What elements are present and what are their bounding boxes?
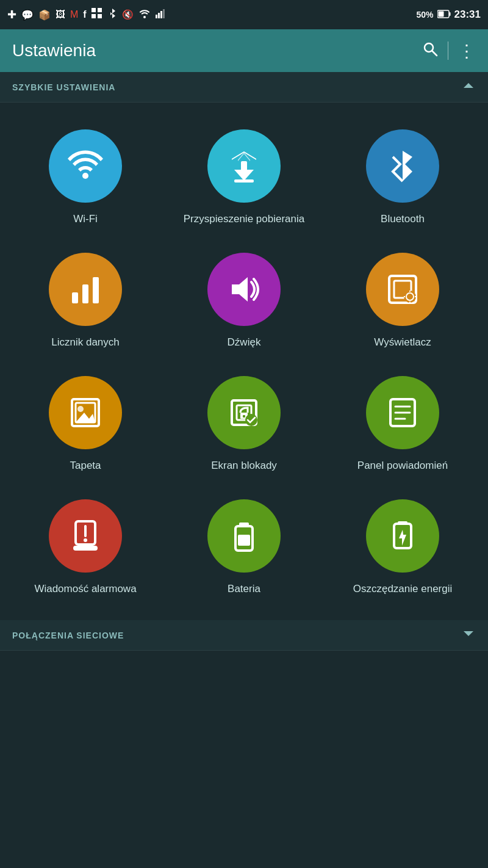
svg-point-13 [82,173,88,179]
more-options-button[interactable]: ⋮ [458,41,476,61]
power-saving-label: Oszczędzanie energii [353,582,453,596]
toolbar-divider [448,42,448,60]
wallpaper-icon-circle [49,376,122,449]
emergency-item[interactable]: Wiadomość alarmowa [6,485,165,608]
status-bar: ✚ 💬 📦 🖼 M f 🔇 50% 23:31 [0,0,488,29]
svg-rect-4 [156,15,157,18]
gmail-icon: M [70,9,78,20]
bluetooth-icon [384,148,421,184]
svg-rect-16 [234,179,254,183]
mute-icon: 🔇 [122,9,134,20]
battery-item[interactable]: Bateria [165,485,323,608]
notification-panel-item[interactable]: Panel powiadomień [323,361,482,485]
network-section-header: POŁĄCZENIA SIECIOWE [0,620,488,651]
svg-rect-18 [82,284,88,303]
wifi-status-icon [138,9,151,21]
svg-rect-5 [158,13,160,18]
emergency-label: Wiadomość alarmowa [34,582,136,596]
app-bar-actions: ⋮ [422,41,476,61]
data-counter-icon [67,271,104,308]
image-icon: 🖼 [56,9,65,20]
lock-screen-item[interactable]: Ekran blokady [165,361,323,485]
sound-item[interactable]: Dźwięk [165,238,323,361]
svg-rect-50 [398,521,407,525]
svg-rect-9 [449,12,450,16]
quick-settings-grid: Wi-Fi Przyspieszenie pobierania Bluetoot… [0,103,488,620]
wallpaper-label: Tapeta [70,459,101,472]
notification-panel-label: Panel powiadomień [357,459,448,472]
battery-icon [437,10,451,20]
svg-point-44 [84,538,87,542]
app-title: Ustawienia [12,41,96,60]
svg-rect-36 [243,415,245,418]
svg-marker-32 [76,413,95,422]
notification-panel-icon [384,394,421,431]
svg-rect-48 [238,535,250,546]
chat-icon: 💬 [21,9,34,21]
emergency-icon [67,518,104,554]
wifi-icon-circle [49,129,122,203]
svg-rect-1 [98,8,102,12]
expand-icon[interactable] [461,626,476,644]
notification-panel-icon-circle [366,376,439,449]
wallpaper-icon [67,394,104,431]
signal-icon [156,9,167,21]
network-section-title: POŁĄCZENIA SIECIOWE [12,631,124,640]
bluetooth-icon-circle [366,129,439,203]
grid-icon [92,8,102,21]
dropbox-icon: 📦 [38,9,51,21]
svg-rect-47 [239,523,249,527]
status-icons-left: ✚ 💬 📦 🖼 M f 🔇 [7,8,167,21]
svg-rect-17 [72,292,78,303]
battery-percent: 50% [416,10,433,20]
lock-screen-icon [226,394,262,431]
display-label: Wyświetlacz [374,336,431,349]
search-button[interactable] [422,41,438,60]
power-saving-icon-circle [366,499,439,573]
data-counter-label: Licznik danych [51,336,120,349]
app-bar: Ustawienia ⋮ [0,29,488,72]
quick-settings-title: SZYBKIE USTAWIENIA [12,82,115,92]
display-icon-circle [366,253,439,326]
sound-label: Dźwięk [228,336,261,349]
download-booster-label: Przyspieszenie pobierania [184,212,304,226]
svg-rect-3 [98,14,102,18]
power-saving-item[interactable]: Oszczędzanie energii [323,485,482,608]
download-booster-icon-circle [207,129,281,203]
wifi-label: Wi-Fi [73,212,98,226]
svg-rect-2 [92,14,96,18]
svg-rect-19 [93,277,99,303]
svg-line-12 [432,51,437,56]
display-icon [384,271,421,308]
svg-rect-7 [163,9,165,18]
svg-rect-45 [73,546,98,551]
bluetooth-label: Bluetooth [381,212,425,226]
sound-icon [226,271,262,308]
status-icons-right: 50% 23:31 [416,9,481,21]
bluetooth-status-icon [107,8,117,21]
power-saving-icon [384,518,421,554]
time-display: 23:31 [454,9,481,21]
collapse-icon[interactable] [461,78,476,96]
download-booster-item[interactable]: Przyspieszenie pobierania [165,115,323,238]
display-item[interactable]: Wyświetlacz [323,238,482,361]
wallpaper-item[interactable]: Tapeta [6,361,165,485]
svg-rect-0 [92,8,96,12]
battery-icon-circle [207,499,281,573]
svg-marker-20 [232,277,248,302]
svg-point-31 [77,406,84,412]
battery-settings-icon [226,518,262,554]
sound-icon-circle [207,253,281,326]
emergency-icon-circle [49,499,122,573]
wifi-icon [67,148,104,184]
lock-screen-label: Ekran blokady [211,459,277,472]
battery-label: Bateria [228,582,260,596]
data-counter-item[interactable]: Licznik danych [6,238,165,361]
svg-marker-15 [234,170,254,181]
quick-settings-header: SZYBKIE USTAWIENIA [0,72,488,103]
wifi-item[interactable]: Wi-Fi [6,115,165,238]
bluetooth-item[interactable]: Bluetooth [323,115,482,238]
data-counter-icon-circle [49,253,122,326]
plus-icon: ✚ [7,8,16,21]
lock-screen-icon-circle [207,376,281,449]
